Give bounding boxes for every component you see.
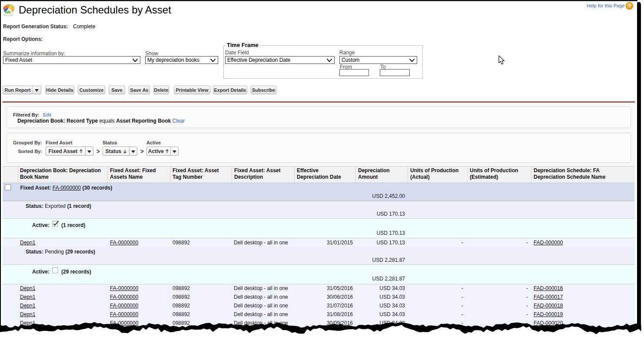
svg-text:?: ? xyxy=(628,3,631,9)
